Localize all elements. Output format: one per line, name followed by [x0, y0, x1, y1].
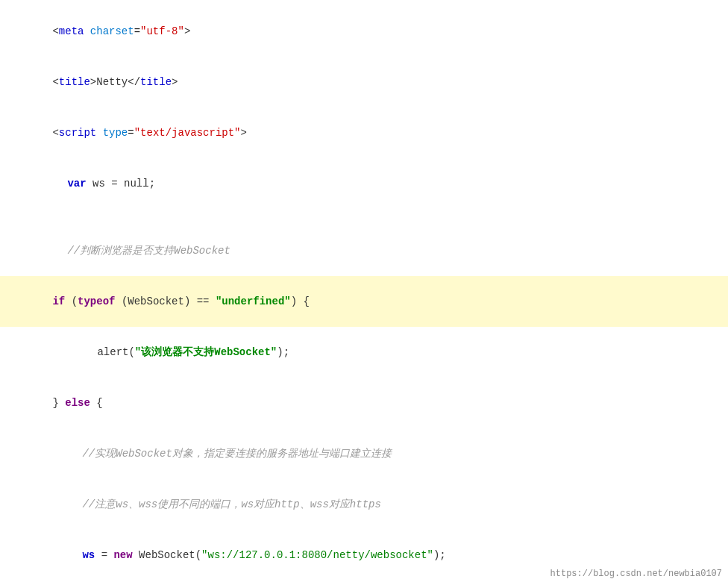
code-line: //判断浏览器是否支持WebSocket — [0, 225, 728, 276]
empty-line — [0, 209, 728, 225]
code-line: //实现WebSocket对象，指定要连接的服务器地址与端口建立连接 — [0, 428, 728, 479]
url-bar: https://blog.csdn.net/newbia0107 — [545, 564, 728, 582]
url-text: https://blog.csdn.net/newbia0107 — [550, 569, 722, 579]
code-editor: <meta charset="utf-8"> <title>Netty</tit… — [0, 0, 728, 582]
code-line-highlight: if (typeof (WebSocket) == "underfined") … — [0, 276, 728, 327]
code-line: <script type="text/javascript"> — [0, 107, 728, 158]
code-line: //注意ws、wss使用不同的端口，ws对应http、wss对应https — [0, 479, 728, 530]
code-line: } else { — [0, 378, 728, 428]
code-line: <meta charset="utf-8"> — [0, 6, 728, 57]
code-line: var ws = null; — [0, 158, 728, 209]
code-line: alert("该浏览器不支持WebSocket"); — [0, 327, 728, 378]
code-line: <title>Netty</title> — [0, 57, 728, 107]
